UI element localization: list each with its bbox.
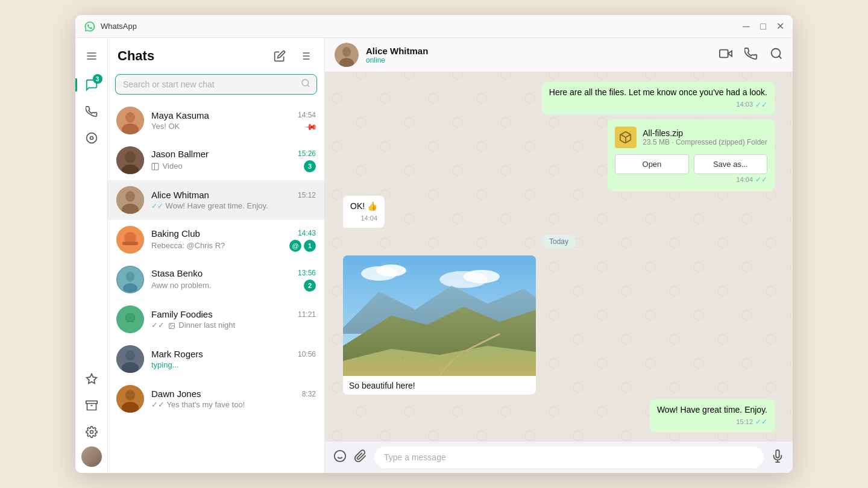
chat-header-info: Alice Whitman online xyxy=(366,46,712,64)
chat-preview-maya: Yes! OK xyxy=(151,122,306,131)
mic-button[interactable] xyxy=(771,449,784,466)
chat-info-family: Family Foodies 11:21 ✓✓ Dinner last nigh… xyxy=(151,309,316,330)
chat-name-dawn: Dawn Jones xyxy=(151,389,201,399)
chat-header-avatar[interactable] xyxy=(335,43,359,67)
sidebar-icon-calls[interactable] xyxy=(80,99,104,124)
chat-name-row-maya: Maya Kasuma 14:54 xyxy=(151,110,316,120)
chat-item-family[interactable]: Family Foodies 11:21 ✓✓ Dinner last nigh… xyxy=(108,299,324,339)
chat-name-stasa: Stasa Benko xyxy=(151,268,203,278)
avatar-alice xyxy=(116,186,144,214)
minimize-button[interactable]: ─ xyxy=(742,22,750,31)
msg-meta-5: 15:12 ✓✓ xyxy=(657,417,767,427)
close-button[interactable]: ✕ xyxy=(776,22,784,31)
chat-preview-family: ✓✓ Dinner last night xyxy=(151,321,316,330)
chat-time-dawn: 8:32 xyxy=(302,390,316,398)
avatar-family xyxy=(116,305,144,333)
maximize-button[interactable]: □ xyxy=(759,22,767,31)
file-meta: 23.5 MB · Compressed (zipped) Folder xyxy=(643,138,767,146)
chat-name-row-family: Family Foodies 11:21 xyxy=(151,309,316,319)
chat-header-actions xyxy=(719,47,783,63)
open-file-button[interactable]: Open xyxy=(615,154,688,174)
msg-time-3: 14:04 xyxy=(360,214,377,223)
svg-point-35 xyxy=(125,313,135,322)
chat-preview-row-family: ✓✓ Dinner last night xyxy=(151,321,316,330)
chat-item-alice[interactable]: Alice Whitman 15:12 ✓✓ Wow! Have great t… xyxy=(108,180,324,220)
msg-text-5: Wow! Have great time. Enjoy. xyxy=(657,405,767,414)
msg-time-file: 14:04 xyxy=(736,176,753,183)
chat-name-row-alice: Alice Whitman 15:12 xyxy=(151,190,316,200)
video-call-button[interactable] xyxy=(719,47,732,63)
search-icon[interactable] xyxy=(295,78,316,90)
voice-call-button[interactable] xyxy=(744,47,758,63)
pin-icon-maya: 📌 xyxy=(304,119,318,133)
svg-point-63 xyxy=(335,450,345,461)
avatar-mark xyxy=(116,345,144,373)
search-input[interactable] xyxy=(116,75,295,94)
image-content xyxy=(343,255,536,376)
msg-text-1: Here are all the files. Let me know once… xyxy=(549,87,767,97)
chat-item-stasa[interactable]: Stasa Benko 13:56 Aww no problem. 2 xyxy=(108,260,324,299)
chat-search-button[interactable] xyxy=(770,47,783,63)
chat-item-dawn[interactable]: Dawn Jones 8:32 ✓✓ Yes that's my fave to… xyxy=(108,379,324,419)
chat-item-jason[interactable]: Jason Ballmer 15:26 Video 3 xyxy=(108,140,324,180)
sidebar-bottom xyxy=(80,367,104,467)
chat-name-row-dawn: Dawn Jones 8:32 xyxy=(151,389,316,399)
date-divider: Today xyxy=(542,235,576,248)
chat-item-maya[interactable]: Maya Kasuma 14:54 Yes! OK 📌 xyxy=(108,101,324,140)
message-1: Here are all the files. Let me know once… xyxy=(542,82,775,114)
message-input[interactable] xyxy=(374,446,764,468)
svg-line-50 xyxy=(779,56,781,58)
chat-preview-baking: Rebecca: @Chris R? xyxy=(151,241,289,250)
sidebar-icon-menu[interactable] xyxy=(80,44,104,68)
image-caption: So beautiful here! xyxy=(343,376,536,393)
main-content: 3 xyxy=(75,38,793,473)
chat-time-maya: 14:54 xyxy=(298,111,316,119)
avatar-stasa xyxy=(116,266,144,293)
new-chat-button[interactable] xyxy=(270,46,289,66)
chat-search xyxy=(108,70,324,101)
chat-info-jason: Jason Ballmer 15:26 Video 3 xyxy=(151,149,316,172)
sidebar-icon-chats[interactable]: 3 xyxy=(80,73,104,97)
msg-time-5: 15:12 xyxy=(736,418,753,427)
chat-header-status: online xyxy=(366,56,712,64)
chat-list-header: Chats xyxy=(108,38,324,70)
chat-item-baking[interactable]: Baking Club 14:43 Rebecca: @Chris R? @ 1 xyxy=(108,220,324,260)
chat-time-alice: 15:12 xyxy=(298,191,316,199)
save-file-button[interactable]: Save as... xyxy=(694,154,767,174)
sidebar-icon-archive[interactable] xyxy=(80,393,104,418)
svg-marker-5 xyxy=(86,374,96,384)
chat-preview-row-baking: Rebecca: @Chris R? @ 1 xyxy=(151,240,316,252)
unread-badge-stasa: 2 xyxy=(304,280,316,292)
chat-name-family: Family Foodies xyxy=(151,309,213,319)
chat-info-maya: Maya Kasuma 14:54 Yes! OK 📌 xyxy=(151,110,316,131)
sidebar-icon-status[interactable] xyxy=(80,126,104,150)
emoji-button[interactable] xyxy=(333,449,347,466)
chat-preview-row-jason: Video 3 xyxy=(151,160,316,172)
attach-button[interactable] xyxy=(354,449,367,466)
filter-button[interactable] xyxy=(295,46,315,66)
chat-preview-row-dawn: ✓✓ Yes that's my fave too! xyxy=(151,400,316,409)
svg-point-56 xyxy=(464,270,500,283)
chat-preview-row-maya: Yes! OK 📌 xyxy=(151,122,316,131)
sidebar-icon-settings[interactable] xyxy=(80,420,104,444)
svg-point-37 xyxy=(170,324,171,325)
whatsapp-logo xyxy=(84,20,96,33)
message-image: So beautiful here! ❤️ 15:06 xyxy=(343,255,536,394)
chat-preview-jason: Video xyxy=(151,161,304,170)
svg-point-26 xyxy=(125,191,135,202)
msg-meta-1: 14:03 ✓✓ xyxy=(549,100,767,110)
svg-point-39 xyxy=(125,350,135,361)
chat-list-actions xyxy=(270,46,315,66)
svg-rect-6 xyxy=(86,401,96,404)
chat-time-baking: 14:43 xyxy=(298,229,316,237)
chat-name-alice: Alice Whitman xyxy=(151,190,209,200)
svg-point-3 xyxy=(86,133,96,143)
msg-ticks-1: ✓✓ xyxy=(755,100,767,110)
chat-item-mark[interactable]: Mark Rogers 10:56 typing... xyxy=(108,339,324,379)
chat-items: Maya Kasuma 14:54 Yes! OK 📌 xyxy=(108,101,324,473)
file-icon xyxy=(615,127,637,148)
file-name: All-files.zip xyxy=(643,128,767,138)
sidebar-icon-starred[interactable] xyxy=(80,367,104,391)
msg-ticks-5: ✓✓ xyxy=(755,417,767,427)
user-avatar-sidebar[interactable] xyxy=(81,446,102,467)
